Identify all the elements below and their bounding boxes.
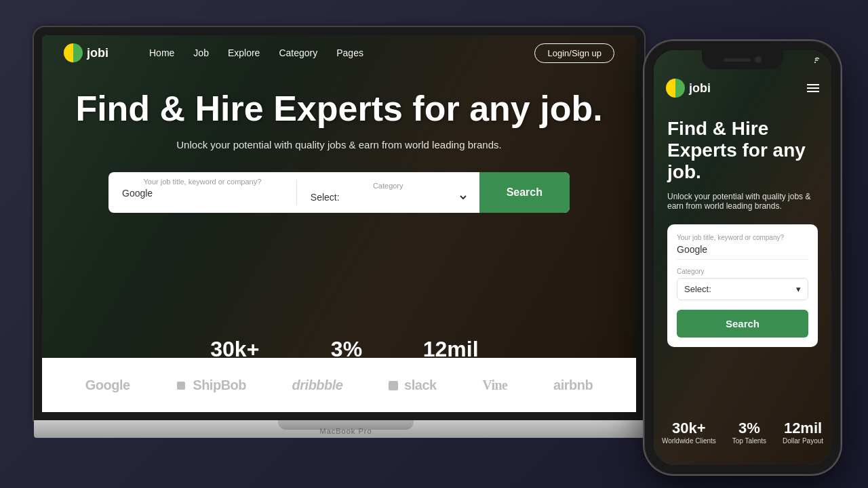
phone-job-field: Your job title, keyword or company? Goog… <box>677 234 808 260</box>
phone-category-select[interactable]: Select: ▾ <box>677 278 808 300</box>
phone-category-label: Category <box>677 268 808 275</box>
phone-logo: jobi <box>666 79 711 98</box>
phone-search-button[interactable]: Search <box>677 310 808 338</box>
phone-camera <box>755 56 762 63</box>
logo-text: jobi <box>87 46 108 60</box>
login-button[interactable]: Login/Sign up <box>534 43 614 63</box>
laptop-screen: jobi Home Job Explore Category Pages Log… <box>42 35 636 412</box>
svg-rect-1 <box>389 381 398 390</box>
laptop-device: jobi Home Job Explore Category Pages Log… <box>34 27 658 474</box>
nav-pages[interactable]: Pages <box>336 47 363 58</box>
scene: jobi Home Job Explore Category Pages Log… <box>0 0 868 488</box>
phone-stat-label-1: Top Talents <box>732 437 766 445</box>
laptop-search-bar: Your job title, keyword or company? Cate… <box>108 172 570 213</box>
phone-headline: Find & Hire Experts for any job. <box>667 118 818 184</box>
phone-stat-number-0: 30k+ <box>662 420 716 437</box>
job-search-input[interactable] <box>122 188 283 199</box>
laptop-search-button[interactable]: Search <box>479 172 570 213</box>
phone-signal-icons <box>810 57 821 64</box>
phone-speaker <box>724 58 751 62</box>
laptop-hero: Find & Hire Experts for any job. Unlock … <box>42 89 636 235</box>
brand-airbnb: airbnb <box>553 378 593 393</box>
laptop-base: MacBook Pro <box>34 420 658 438</box>
brand-shipbob: ShipBob <box>176 378 246 393</box>
phone-category-value: Select: <box>684 284 711 294</box>
phone-screen: jobi Find & Hire Experts for any job. Un… <box>654 50 831 465</box>
phone-logo-text: jobi <box>689 81 711 96</box>
search-category-select[interactable]: Select: <box>308 191 469 203</box>
phone-job-label: Your job title, keyword or company? <box>677 234 808 241</box>
nav-job[interactable]: Job <box>193 47 209 58</box>
phone-stat-label-2: Dollar Payout <box>783 437 823 445</box>
nav-home[interactable]: Home <box>149 47 174 58</box>
hamburger-menu-button[interactable] <box>807 84 819 92</box>
phone-stat-1: 3% Top Talents <box>732 420 766 445</box>
phone-job-value[interactable]: Google <box>677 244 808 260</box>
logo-icon <box>64 43 83 62</box>
laptop-subtext: Unlock your potential with quality jobs … <box>69 139 609 150</box>
nav-explore[interactable]: Explore <box>228 47 260 58</box>
phone-category-field: Category Select: ▾ <box>677 268 808 300</box>
phone-subtext: Unlock your potential with quality jobs … <box>667 192 818 211</box>
phone-notch <box>702 50 783 69</box>
phone-stat-label-0: Worldwide Clients <box>662 437 716 445</box>
phone-logo-icon <box>666 79 685 98</box>
phone-hero: Find & Hire Experts for any job. Unlock … <box>654 118 831 358</box>
laptop-nav-links: Home Job Explore Category Pages <box>149 47 363 58</box>
laptop-navbar: jobi Home Job Explore Category Pages Log… <box>42 35 636 70</box>
laptop-brands-bar: Google ShipBob dribbble slack Vine airbn… <box>42 358 636 412</box>
job-search-label: Your job title, keyword or company? <box>122 178 283 186</box>
phone-stat-number-2: 12mil <box>783 420 823 437</box>
hamburger-line-1 <box>807 84 819 85</box>
phone-device: jobi Find & Hire Experts for any job. Un… <box>644 41 841 474</box>
dropdown-chevron-icon: ▾ <box>796 284 801 294</box>
laptop-logo: jobi <box>64 43 108 62</box>
nav-category[interactable]: Category <box>279 47 317 58</box>
brand-slack: slack <box>389 378 437 393</box>
phone-navbar: jobi <box>654 73 831 103</box>
hamburger-line-3 <box>807 91 819 92</box>
phone-outer: jobi Find & Hire Experts for any job. Un… <box>644 41 841 474</box>
job-search-field: Your job title, keyword or company? <box>108 172 296 213</box>
svg-point-2 <box>814 62 816 63</box>
phone-stat-0: 30k+ Worldwide Clients <box>662 420 716 445</box>
brand-vine: Vine <box>482 378 507 393</box>
phone-stat-2: 12mil Dollar Payout <box>783 420 823 445</box>
wifi-icon <box>810 57 821 64</box>
svg-rect-0 <box>177 382 185 390</box>
phone-stats: 30k+ Worldwide Clients 3% Top Talents 12… <box>654 420 831 445</box>
phone-stat-number-1: 3% <box>732 420 766 437</box>
phone-search-card: Your job title, keyword or company? Goog… <box>667 224 818 347</box>
laptop-screen-outer: jobi Home Job Explore Category Pages Log… <box>34 27 644 420</box>
search-category-label: Category <box>308 182 469 190</box>
laptop-model-label: MacBook Pro <box>319 427 372 435</box>
laptop-headline: Find & Hire Experts for any job. <box>69 89 609 128</box>
hamburger-line-2 <box>807 87 819 89</box>
brand-google: Google <box>85 378 130 393</box>
search-category-field: Category Select: <box>297 172 479 213</box>
brand-dribbble: dribbble <box>292 378 343 393</box>
